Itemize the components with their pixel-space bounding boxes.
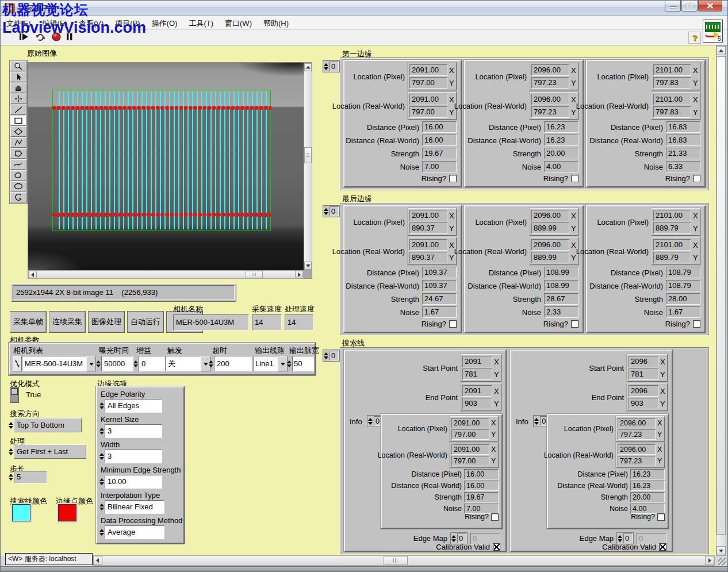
image-vscroll-down-icon[interactable]	[304, 262, 312, 270]
close-button[interactable]	[698, 1, 722, 11]
out-pulse-control[interactable]: 50	[287, 356, 314, 371]
image-vscrollbar[interactable]	[304, 63, 312, 270]
image-hscroll-thumb[interactable]	[246, 271, 263, 278]
minimize-button[interactable]	[665, 1, 681, 11]
edge-polarity-value[interactable]: All Edges	[105, 399, 162, 413]
image-hscroll-left-icon[interactable]	[29, 271, 37, 278]
panel-hscroll-left-icon[interactable]	[93, 556, 102, 565]
first-edge-index-spinner-icon[interactable]	[324, 63, 329, 70]
menu-tools[interactable]: 工具(T)	[183, 16, 219, 31]
panel-vscrollbar[interactable]	[716, 45, 726, 556]
min-edge-strength-value[interactable]: 10.00	[105, 475, 162, 489]
trigger-combo[interactable]: 关	[165, 356, 210, 371]
out-line-dropdown-icon[interactable]	[278, 356, 288, 371]
camera-list-value[interactable]: MER-500-14U3M	[22, 356, 86, 371]
server-status-tab[interactable]: <W> 服务器: localhost	[5, 553, 93, 565]
tool-pan-icon[interactable]	[10, 83, 26, 93]
info-index-spinner-icon[interactable]	[534, 418, 539, 425]
camera-list-combo[interactable]: MER-500-14U3M	[13, 356, 96, 371]
tool-cursor-icon[interactable]	[10, 72, 26, 82]
out-line-value[interactable]: Line1	[254, 356, 278, 371]
trigger-value[interactable]: 关	[165, 356, 201, 371]
interpolation-type-value[interactable]: Bilinear Fixed	[105, 500, 164, 514]
gain-value[interactable]: 0	[139, 356, 166, 371]
out-pulse-value[interactable]: 50	[292, 356, 314, 371]
acquire-continuous-button[interactable]: 连续采集	[49, 311, 86, 333]
data-processing-ring[interactable]: Average	[99, 525, 164, 539]
exposure-control[interactable]: 50000	[96, 356, 133, 371]
maximize-button[interactable]	[681, 1, 698, 11]
panel-vscroll-thumb[interactable]	[716, 56, 726, 535]
image-hscroll-right-icon[interactable]	[295, 271, 303, 278]
run-button[interactable]	[19, 32, 30, 43]
tool-freehand-region-icon[interactable]	[10, 170, 26, 181]
panel-hscroll-right-icon[interactable]	[705, 556, 714, 565]
exposure-spinner-icon[interactable]	[96, 360, 101, 367]
tool-annulus-icon[interactable]	[10, 192, 26, 202]
image-vscroll-thumb[interactable]	[304, 147, 312, 163]
kernel-size-spinner-icon[interactable]	[99, 428, 105, 435]
image-hscrollbar[interactable]	[28, 270, 304, 279]
menu-file[interactable]: 文件(F)	[1, 16, 37, 31]
tool-line-icon[interactable]	[10, 105, 26, 115]
tool-oval-icon[interactable]	[10, 181, 26, 191]
tool-zoom-icon[interactable]	[10, 61, 26, 71]
width-control[interactable]: 3	[99, 450, 162, 463]
camera-list-dropdown-icon[interactable]	[86, 356, 96, 371]
vi-icon[interactable]: 5	[703, 20, 723, 43]
search-dir-ring[interactable]: Top To Bottom	[9, 418, 82, 432]
min-edge-strength-control[interactable]: 10.00	[99, 475, 162, 489]
edge-map-index-spinner-icon[interactable]	[451, 535, 457, 542]
opt-mode-switch[interactable]	[10, 387, 19, 403]
min-edge-strength-spinner-icon[interactable]	[99, 478, 105, 485]
edge-polarity-ring[interactable]: All Edges	[99, 399, 162, 413]
gain-control[interactable]: 0	[133, 356, 166, 371]
kernel-size-value[interactable]: 3	[105, 424, 162, 438]
step-value[interactable]: 5	[14, 471, 47, 483]
out-line-combo[interactable]: Line1	[254, 356, 288, 371]
interpolation-type-spinner-icon[interactable]	[99, 504, 105, 510]
interpolation-type-ring[interactable]: Bilinear Fixed	[99, 500, 164, 514]
timeout-control[interactable]: 200	[209, 356, 252, 371]
point-color-swatch[interactable]	[58, 504, 76, 521]
tool-polyline-icon[interactable]	[10, 137, 26, 148]
data-processing-spinner-icon[interactable]	[99, 529, 105, 536]
timeout-spinner-icon[interactable]	[209, 360, 214, 367]
abort-button[interactable]	[51, 32, 63, 43]
edge-polarity-spinner-icon[interactable]	[99, 402, 105, 409]
tool-rotated-rect-icon[interactable]	[10, 126, 26, 137]
image-process-button[interactable]: 图像处理	[88, 311, 125, 333]
panel-hscrollbar[interactable]	[93, 555, 715, 566]
tool-rectangle-icon[interactable]	[10, 116, 26, 126]
menu-view[interactable]: 查看(V)	[73, 16, 109, 31]
image-canvas[interactable]	[28, 63, 304, 270]
context-help-button[interactable]: ?	[688, 32, 701, 44]
search-dir-value[interactable]: Top To Bottom	[14, 418, 82, 432]
timeout-value[interactable]: 200	[214, 356, 252, 371]
window-resize-grip[interactable]	[718, 558, 726, 565]
panel-vscroll-up-icon[interactable]	[716, 46, 726, 55]
pause-button[interactable]	[66, 32, 77, 43]
exposure-value[interactable]: 50000	[101, 356, 133, 371]
width-spinner-icon[interactable]	[99, 453, 105, 460]
run-continuous-button[interactable]	[35, 32, 47, 43]
gain-spinner-icon[interactable]	[133, 360, 139, 367]
out-pulse-spinner-icon[interactable]	[287, 360, 292, 367]
tool-point-icon[interactable]	[10, 94, 26, 104]
process-value[interactable]: Get First + Last	[14, 444, 86, 459]
panel-hscroll-thumb[interactable]	[384, 556, 408, 565]
menu-window[interactable]: 窗口(W)	[219, 16, 258, 31]
first-edge-index[interactable]: 0	[323, 60, 340, 72]
panel-vscroll-down-icon[interactable]	[716, 546, 726, 555]
tool-polygon-icon[interactable]	[10, 148, 26, 159]
data-processing-value[interactable]: Average	[105, 525, 164, 539]
tool-freehand-line-icon[interactable]	[10, 159, 26, 170]
menu-operate[interactable]: 操作(O)	[146, 16, 183, 31]
search-dir-spinner-icon[interactable]	[9, 422, 14, 429]
process-ring[interactable]: Get First + Last	[9, 444, 86, 459]
acquire-single-button[interactable]: 采集单帧	[10, 311, 47, 333]
process-spinner-icon[interactable]	[9, 448, 14, 455]
search-lines-index[interactable]: 0	[323, 350, 340, 362]
search-lines-index-spinner-icon[interactable]	[324, 352, 329, 359]
image-display[interactable]	[28, 62, 312, 279]
